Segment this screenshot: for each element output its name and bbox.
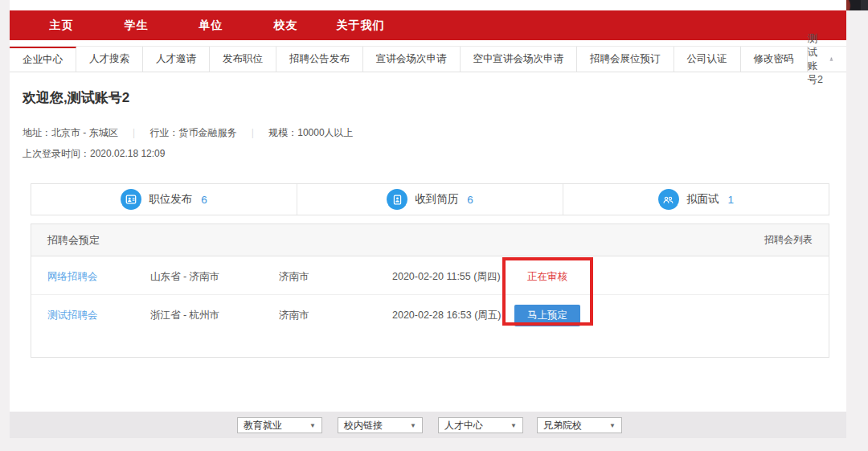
- interview-icon: [658, 189, 679, 210]
- nav-item-alumni[interactable]: 校友: [248, 18, 323, 33]
- chevron-down-icon: ▼: [309, 422, 316, 429]
- tab-enterprise-center[interactable]: 企业中心: [10, 47, 76, 72]
- nav-item-home[interactable]: 主页: [24, 18, 99, 33]
- jobfair-region: 山东省 - 济南市: [150, 270, 219, 284]
- user-icon: [829, 54, 833, 64]
- select-value: 教育就业: [244, 419, 282, 433]
- table-row: 测试招聘会 浙江省 - 杭州市 济南市 2020-02-28 16:53 (周五…: [31, 295, 829, 334]
- select-value: 校内链接: [344, 419, 383, 433]
- stat-label: 职位发布: [149, 192, 192, 207]
- tab-recruit-announcement[interactable]: 招聘公告发布: [276, 47, 363, 72]
- jobfair-name-link[interactable]: 测试招聘会: [47, 309, 98, 322]
- company-scale: 规模：10000人以上: [268, 126, 353, 140]
- nav-item-about[interactable]: 关于我们: [323, 18, 398, 33]
- jobfair-name-link[interactable]: 网络招聘会: [47, 270, 98, 284]
- stat-planned-interviews[interactable]: 拟面试 1: [563, 184, 829, 215]
- stat-label: 收到简历: [415, 192, 458, 207]
- stat-value[interactable]: 6: [467, 194, 473, 206]
- tab-post-job[interactable]: 发布职位: [210, 47, 276, 72]
- company-industry: 行业：货币金融服务: [149, 126, 236, 140]
- resume-icon: [387, 189, 407, 210]
- panel-title: 招聘会预定: [47, 233, 100, 248]
- book-now-button[interactable]: 马上预定: [514, 305, 580, 326]
- tab-change-password[interactable]: 修改密码: [741, 47, 808, 72]
- tab-infosession-apply[interactable]: 宣讲会场次申请: [363, 47, 461, 72]
- chevron-down-icon: ▼: [510, 422, 517, 429]
- footer-select-campus-links[interactable]: 校内链接 ▼: [338, 417, 423, 433]
- table-row: 网络招聘会 山东省 - 济南市 济南市 2020-02-20 11:55 (周四…: [31, 256, 829, 295]
- footer-bar: [10, 412, 846, 438]
- tab-company-verify[interactable]: 公司认证: [674, 47, 741, 72]
- account-menu[interactable]: 测试账号2: [808, 47, 847, 72]
- chevron-down-icon: ▼: [410, 422, 416, 429]
- jobfair-booking-panel: 招聘会预定 招聘会列表 网络招聘会 山东省 - 济南市 济南市 2020-02-…: [31, 223, 829, 358]
- jobfair-list-link[interactable]: 招聘会列表: [764, 233, 813, 247]
- stat-label: 拟面试: [686, 192, 719, 207]
- jobfair-booking-header: 招聘会预定 招聘会列表: [31, 224, 829, 256]
- company-address: 地址：北京市 - 东城区: [23, 126, 118, 140]
- stat-resumes-received[interactable]: 收到简历 6: [297, 184, 563, 215]
- welcome-title: 欢迎您,测试账号2: [23, 88, 129, 107]
- nav-item-students[interactable]: 学生: [99, 18, 174, 33]
- stat-value[interactable]: 6: [201, 194, 207, 206]
- jobfair-city: 济南市: [279, 309, 309, 322]
- last-login-time: 上次登录时间：2020.02.18 12:09: [23, 147, 165, 161]
- status-under-review: 正在审核: [483, 270, 612, 284]
- footer-select-sister-schools[interactable]: 兄弟院校 ▼: [537, 417, 622, 433]
- footer-select-education-employment[interactable]: 教育就业 ▼: [237, 417, 322, 433]
- main-navigation: 主页 学生 单位 校友 关于我们: [10, 10, 846, 40]
- tab-talent-invite[interactable]: 人才邀请: [143, 47, 210, 72]
- stat-value[interactable]: 1: [727, 194, 734, 206]
- stat-jobs-posted[interactable]: 职位发布 6: [31, 184, 297, 215]
- divider: ｜: [248, 126, 257, 140]
- account-name: 测试账号2: [808, 32, 825, 87]
- chevron-down-icon: ▼: [609, 422, 616, 429]
- job-post-icon: [121, 189, 141, 210]
- stats-summary-box: 职位发布 6 收到简历 6 拟面试 1: [31, 183, 829, 215]
- jobfair-city: 济南市: [279, 270, 309, 284]
- tab-bar: 企业中心 人才搜索 人才邀请 发布职位 招聘公告发布 宣讲会场次申请 空中宣讲会…: [10, 46, 846, 72]
- select-value: 兄弟院校: [543, 419, 582, 433]
- nav-item-employers[interactable]: 单位: [174, 18, 248, 33]
- tab-talent-search[interactable]: 人才搜索: [76, 47, 143, 72]
- tab-online-infosession-apply[interactable]: 空中宣讲会场次申请: [461, 47, 578, 72]
- divider: ｜: [129, 126, 139, 140]
- select-value: 人才中心: [444, 419, 483, 433]
- jobfair-region: 浙江省 - 杭州市: [150, 309, 219, 322]
- company-info-line: 地址：北京市 - 东城区 ｜ 行业：货币金融服务 ｜ 规模：10000人以上: [23, 126, 354, 140]
- tab-jobfair-booth-booking[interactable]: 招聘会展位预订: [577, 47, 674, 72]
- footer-select-talent-center[interactable]: 人才中心 ▼: [438, 417, 523, 433]
